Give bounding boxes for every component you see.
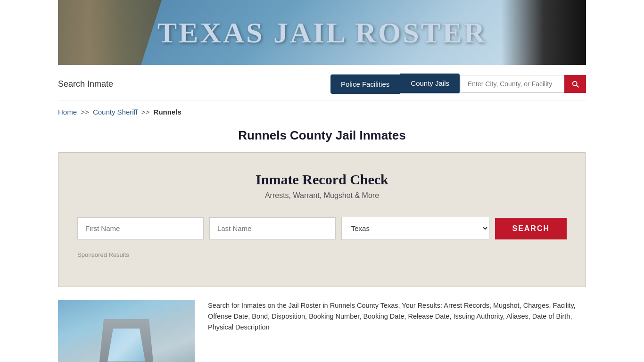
facility-search-input[interactable]: [461, 75, 564, 93]
breadcrumb-sep1: >>: [81, 108, 89, 116]
nav-bar: Search Inmate Police Facilities County J…: [58, 65, 586, 100]
search-panel-title: Inmate Record Check: [77, 172, 567, 188]
first-name-input[interactable]: [77, 217, 204, 239]
facility-search-wrap: [461, 75, 586, 93]
county-jails-button[interactable]: County Jails: [400, 74, 460, 94]
breadcrumb: Home >> County Sheriff >> Runnels: [58, 100, 586, 121]
search-inmate-label: Search Inmate: [58, 79, 113, 89]
bottom-building-image: [58, 300, 195, 362]
search-button[interactable]: SEARCH: [495, 218, 567, 239]
state-select[interactable]: AlabamaAlaskaArizonaArkansasCaliforniaCo…: [341, 217, 490, 240]
breadcrumb-county-sheriff[interactable]: County Sheriff: [93, 108, 138, 116]
site-title: TEXAS JAIL ROSTER: [157, 16, 487, 49]
keys-image: [501, 0, 586, 65]
bottom-description: Search for Inmates on the Jail Roster in…: [208, 300, 586, 333]
bottom-section: Search for Inmates on the Jail Roster in…: [58, 300, 586, 362]
search-panel: Inmate Record Check Arrests, Warrant, Mu…: [58, 152, 586, 287]
page-title: Runnels County Jail Inmates: [58, 121, 586, 152]
building-glass: [107, 329, 145, 362]
search-icon: [571, 80, 579, 88]
capitol-image: [58, 0, 162, 65]
header-banner: TEXAS JAIL ROSTER: [58, 0, 586, 65]
facility-search-button[interactable]: [564, 75, 586, 93]
search-panel-subtitle: Arrests, Warrant, Mugshot & More: [77, 191, 567, 200]
sponsored-results: Sponsored Results: [77, 251, 567, 258]
police-facilities-button[interactable]: Police Facilities: [330, 74, 400, 94]
breadcrumb-home[interactable]: Home: [58, 108, 77, 116]
last-name-input[interactable]: [209, 217, 336, 239]
breadcrumb-sep2: >>: [141, 108, 150, 116]
breadcrumb-current: Runnels: [154, 108, 182, 116]
nav-buttons: Police Facilities County Jails: [330, 74, 586, 94]
search-fields: AlabamaAlaskaArizonaArkansasCaliforniaCo…: [77, 217, 567, 240]
